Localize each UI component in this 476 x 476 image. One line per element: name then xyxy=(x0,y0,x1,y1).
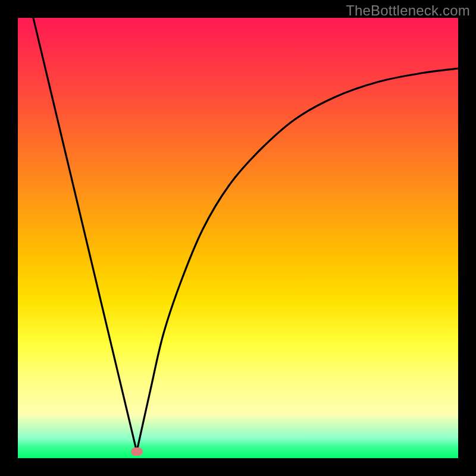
chart-plot-area xyxy=(18,18,458,458)
bottleneck-curve xyxy=(18,18,458,458)
curve-path xyxy=(33,18,458,452)
watermark-text: TheBottleneck.com xyxy=(346,2,470,19)
minimum-marker xyxy=(131,447,143,456)
